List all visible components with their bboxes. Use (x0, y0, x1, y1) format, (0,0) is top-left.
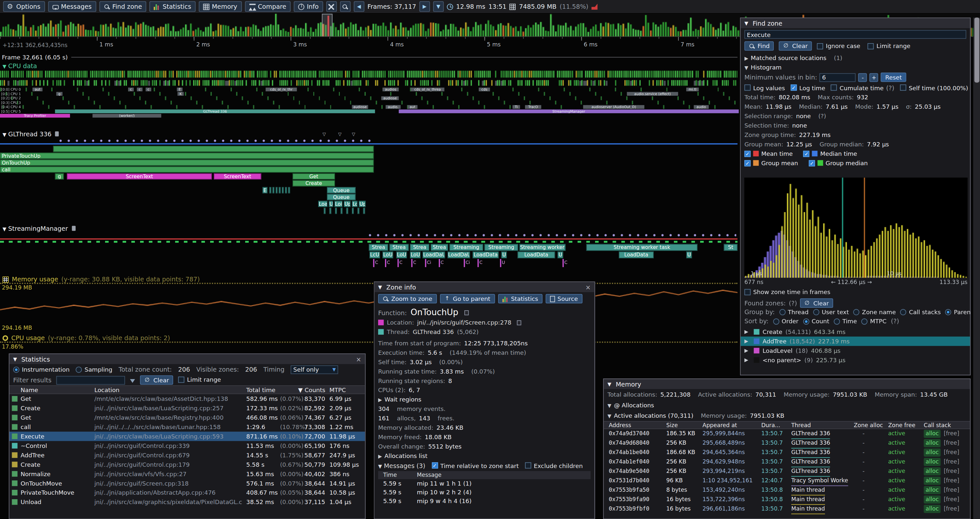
zone[interactable] (329, 208, 331, 214)
zone[interactable]: Strea (369, 244, 388, 251)
info-button[interactable]: Info (294, 1, 323, 12)
stats-row[interactable]: ~Controljni/../jni/src/guif/Control.cpp:… (10, 441, 365, 450)
zone[interactable]: LoadData (473, 252, 499, 259)
column-header-total-time[interactable]: Total time (246, 386, 275, 395)
message-mark[interactable]: C (385, 259, 390, 267)
column-header-thread[interactable]: Thread (791, 422, 811, 430)
radio-user-text[interactable]: User text (813, 308, 849, 315)
radio-call-stacks[interactable]: Call stacks (900, 308, 941, 315)
zone-info-titlebar[interactable]: ▼ Zone info × (374, 282, 594, 292)
stats-row[interactable]: Get/mnt/e/claw/src/claw/base/AssetDict.h… (10, 394, 365, 404)
find-zone-search-input[interactable] (744, 30, 966, 39)
radio-parent[interactable]: Parent (945, 308, 970, 315)
allocations-section-header[interactable]: ▼@ Allocations (604, 400, 970, 410)
marker-triangle-icon[interactable]: ▽ (338, 132, 342, 137)
cpu-zone[interactable]: audiose (352, 105, 368, 109)
thread-name[interactable]: GLThread 336 (413, 329, 454, 335)
memory-column-headers[interactable]: AddressSizeAppeared atDura...ThreadZone … (604, 421, 970, 429)
allocation-row[interactable]: 0x7531d7b04096 KB1:10 234,952,16112:40.7… (604, 476, 970, 485)
column-header-appeared-at[interactable]: Appeared at (702, 422, 737, 430)
zone[interactable] (285, 187, 287, 193)
cpu-zone[interactable]: GLThread 336 (55, 109, 375, 113)
zone[interactable]: OnTouchUp (0, 160, 374, 166)
zone[interactable] (346, 208, 348, 214)
zone[interactable]: Queue (327, 187, 356, 193)
zone[interactable]: E (262, 187, 267, 193)
column-header-zone-alloc[interactable]: Zone alloc (854, 422, 883, 430)
zone[interactable] (53, 146, 374, 152)
message-row[interactable]: 5.59 smip 9 w 4 h 4 (16) (378, 497, 590, 505)
zone[interactable]: ScreenText (67, 173, 212, 179)
cpu-zone[interactable]: cds_ol_rx_threa (410, 88, 444, 91)
zone[interactable] (335, 208, 337, 214)
cpu-zone[interactable]: audio (694, 105, 709, 109)
funnel-icon[interactable] (130, 379, 135, 383)
checkbox-mean-time[interactable]: ✓Mean time (744, 150, 800, 157)
options-button[interactable]: Options (3, 1, 45, 12)
zone[interactable] (324, 208, 326, 214)
radio-zone-name[interactable]: Zone name (853, 308, 896, 315)
zone[interactable]: U (329, 201, 333, 207)
go-to-parent-button[interactable]: Go to parent (440, 294, 495, 303)
checkbox-log-values[interactable]: Log values (744, 84, 785, 91)
help-marker[interactable]: (?) (789, 300, 797, 307)
filter-clear-button[interactable]: Clear (140, 375, 173, 385)
stats-row[interactable]: AddTreejni/../jni/src/guif/Control.cpp:6… (10, 450, 365, 460)
frame-menu-button[interactable]: ▼ (433, 1, 444, 12)
zone[interactable] (340, 208, 342, 214)
zoom-tool-button[interactable] (340, 1, 350, 12)
close-icon[interactable]: × (585, 284, 590, 291)
allocation-row[interactable]: 0x74a9d68040256 KB295,668,489ns13:50.7GL… (604, 439, 970, 448)
clear-button[interactable]: Clear (779, 41, 812, 51)
cpu-zone[interactable]: E (177, 88, 182, 91)
callstack-alloc-button[interactable]: alloc (924, 495, 941, 503)
zone[interactable]: ScreenText (214, 173, 261, 179)
zone[interactable]: Strea (390, 244, 409, 251)
column-header-counts[interactable]: ▼ Counts (298, 386, 325, 395)
zone[interactable]: call (0, 166, 374, 172)
message-mark[interactable]: C (477, 259, 482, 267)
active-allocations-header[interactable]: ▼Active allocations (70,311)Memory usage… (604, 410, 970, 421)
histogram-canvas[interactable] (744, 177, 967, 278)
allocation-row[interactable]: 0x74a9d37040186.35 KB295,999,844ns13:50.… (604, 429, 970, 439)
cpu-usage-header[interactable]: CPU usage (y-range: 0.78%, visible data … (3, 335, 170, 342)
checkbox-cumulate-time[interactable]: Cumulate time(?) (831, 84, 894, 91)
compare-button[interactable]: Compare (245, 1, 291, 12)
radio-instrumentation[interactable]: Instrumentation (13, 366, 69, 373)
allocation-row[interactable]: 0x74ab9e5040256 KB293,994,219ns13:50.7GL… (604, 467, 970, 476)
cpu-zone[interactable]: K (177, 92, 183, 96)
source-button[interactable]: Source (546, 294, 582, 303)
location-value[interactable]: jni/../jni/src/guif/Screen.cpp:278 (417, 319, 511, 326)
cpu-zone[interactable]: c (137, 88, 142, 91)
cpu-zone[interactable]: (worker/) (92, 114, 161, 118)
zone[interactable]: LoadData (517, 252, 555, 259)
next-frame-button[interactable]: ▶ (419, 1, 430, 12)
allocation-row[interactable]: 0x7553b9fa508 bytes153,492,240ns13:50.8M… (604, 485, 970, 495)
zone-group-row[interactable]: ▶Create(54,131)643.34 ms (741, 327, 970, 337)
zone-group-row[interactable]: ▶<no parent>(9)225.73 µs (741, 355, 970, 365)
tools-button[interactable] (326, 1, 337, 12)
zone[interactable]: Streaming (449, 244, 483, 251)
cpu-zone[interactable]: aut (407, 105, 418, 109)
disconnect-icon[interactable] (592, 3, 598, 10)
allocation-row[interactable]: 0x7553b9fa9016 bytes153,722,396ns13:50.8… (604, 495, 970, 504)
reset-button[interactable]: Reset (881, 73, 906, 82)
column-header-size[interactable]: Size (667, 422, 678, 430)
cpu-zone[interactable]: cds (479, 88, 490, 91)
found-clear-button[interactable]: Clear (800, 298, 833, 308)
zone[interactable]: LoadDaU (447, 252, 470, 259)
zone[interactable]: LcU (369, 252, 380, 259)
allocation-row[interactable]: 0x74ab1be040186.68 KB294,645,364ns13:50.… (604, 448, 970, 457)
radio-count[interactable]: Count (803, 318, 829, 324)
message-mark[interactable]: C (411, 259, 416, 267)
memory-button[interactable]: Memory (199, 1, 242, 12)
stats-row[interactable]: Get/mnt/e/claw/src/claw/base/Registry.hp… (10, 413, 365, 422)
zone[interactable] (272, 187, 274, 193)
stats-row[interactable]: Unloadjni/../jni/src/claw/graphics/pixel… (10, 497, 365, 507)
zone[interactable]: U (557, 252, 563, 259)
marker-triangle-icon[interactable]: ▽ (352, 132, 355, 137)
zone[interactable]: Streaming worker tas (520, 244, 566, 251)
close-icon[interactable]: × (356, 356, 361, 363)
cpu-zone[interactable]: StreamingManager (399, 109, 739, 113)
marker-triangle-icon[interactable]: ▽ (322, 132, 326, 137)
